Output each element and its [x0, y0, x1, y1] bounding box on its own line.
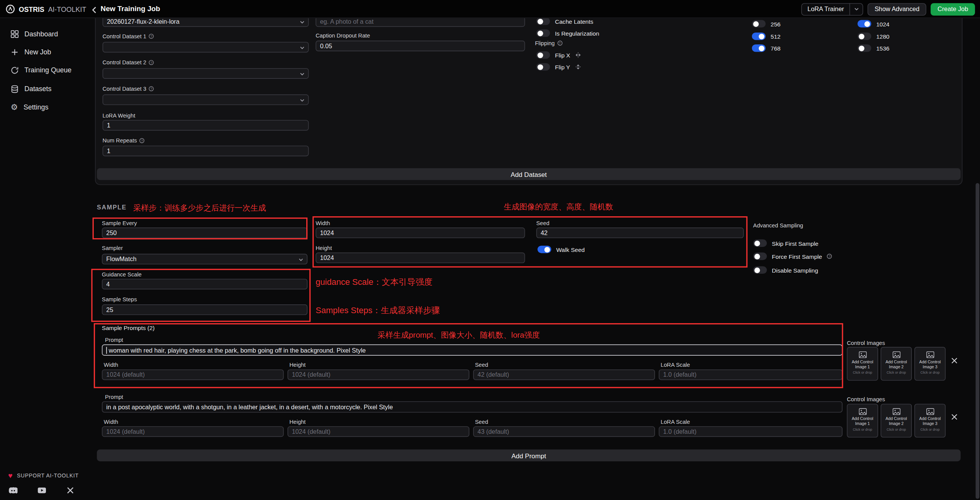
sample-every-input[interactable] — [102, 227, 307, 238]
help-icon: ? — [149, 86, 154, 91]
is-regularization-toggle[interactable] — [536, 29, 550, 37]
add-dataset-button[interactable]: Add Dataset — [97, 168, 960, 180]
resolution-256-toggle[interactable] — [752, 20, 766, 28]
walk-seed-row: Walk Seed — [537, 246, 585, 253]
add-control-image-3[interactable]: Add Control Image 3 Click or drop — [915, 404, 946, 438]
resolution-1024-row: 1024 — [858, 20, 889, 28]
support-label: SUPPORT AI-TOOLKIT — [17, 472, 78, 479]
resolution-768-toggle[interactable] — [752, 44, 766, 52]
flip-y-toggle[interactable] — [536, 63, 550, 71]
walk-seed-toggle[interactable] — [537, 246, 551, 253]
add-control-image-2[interactable]: Add Control Image 2 Click or drop — [880, 404, 912, 438]
control-dataset-2-select[interactable] — [103, 68, 309, 79]
add-control-image-2[interactable]: Add Control Image 2 Click or drop — [880, 347, 912, 381]
sample-section-header: SAMPLE — [97, 204, 127, 211]
prompt-width-label: Width — [104, 362, 118, 368]
add-control-image-1[interactable]: Add Control Image 1 Click or drop — [847, 404, 878, 438]
control-dataset-3-label: Control Dataset 3? — [103, 86, 154, 92]
num-repeats-input[interactable] — [103, 145, 309, 156]
caption-dropout-input[interactable] — [315, 41, 525, 51]
sidebar: Dashboard New Job Training Queue Dataset… — [0, 18, 86, 500]
annotation-sample-step-note: 采样步：训练多少步之后进行一次生成 — [133, 203, 266, 214]
control-dataset-1-label: Control Dataset 1? — [103, 33, 154, 39]
image-icon — [892, 408, 900, 415]
chevron-down-icon — [298, 257, 304, 264]
support-link[interactable]: ♥ SUPPORT AI-TOOLKIT — [8, 472, 78, 480]
force-first-sample-label: Force First Sample — [772, 253, 822, 260]
add-prompt-button[interactable]: Add Prompt — [97, 449, 960, 461]
sidebar-item-label: New Job — [24, 48, 51, 56]
trainer-select[interactable]: LoRA Trainer — [801, 3, 863, 15]
flip-x-label: Flip X — [555, 52, 570, 59]
sampler-select[interactable]: FlowMatch — [102, 254, 307, 265]
sidebar-item-settings[interactable]: ⚙ Settings — [0, 100, 86, 114]
height-input[interactable] — [315, 253, 525, 263]
sample-steps-input[interactable] — [102, 304, 307, 315]
sidebar-item-datasets[interactable]: Datasets — [0, 81, 86, 96]
prompt-input[interactable]: woman with red hair, playing chess at th… — [102, 345, 843, 356]
control-dataset-1-select[interactable] — [103, 42, 309, 52]
text-caret — [106, 346, 107, 353]
prompt-width-input[interactable] — [102, 426, 284, 437]
is-regularization-label: Is Regularization — [555, 30, 599, 37]
prompt-lora-scale-input[interactable] — [659, 426, 843, 437]
help-icon: ? — [139, 138, 144, 143]
prompt-height-input[interactable] — [287, 426, 469, 437]
chevron-left-icon — [91, 6, 97, 14]
height-label: Height — [315, 245, 332, 251]
back-button[interactable] — [91, 5, 97, 16]
resolution-1280-toggle[interactable] — [858, 33, 871, 40]
control-dataset-3-select[interactable] — [103, 95, 309, 105]
sidebar-item-label: Dashboard — [24, 30, 58, 38]
resolution-label: 1024 — [876, 20, 890, 27]
control-images-label: Control Images — [847, 340, 885, 346]
close-icon — [951, 414, 957, 420]
image-icon — [926, 408, 934, 415]
x-icon — [67, 487, 74, 494]
cache-latents-toggle[interactable] — [536, 18, 550, 25]
skip-first-sample-toggle[interactable] — [753, 239, 767, 247]
ostris-logo: OSTRIS AI-TOOLKIT — [6, 0, 86, 18]
resolution-512-toggle[interactable] — [752, 33, 766, 40]
remove-prompt-button[interactable] — [949, 355, 960, 366]
guidance-scale-input[interactable] — [102, 279, 307, 289]
force-first-sample-toggle[interactable] — [753, 253, 767, 260]
prompt-lora-scale-input[interactable] — [659, 369, 843, 380]
resolution-1536-row: 1536 — [858, 44, 889, 52]
prompt-lora-scale-label: LoRA Scale — [661, 419, 690, 425]
remove-prompt-button[interactable] — [949, 411, 960, 422]
sidebar-item-dashboard[interactable]: Dashboard — [0, 26, 86, 41]
prompt-seed-label: Seed — [475, 362, 488, 368]
prompt-seed-input[interactable] — [473, 426, 655, 437]
create-job-button[interactable]: Create Job — [931, 3, 975, 15]
prompt-width-input[interactable] — [102, 369, 284, 380]
sidebar-item-label: Training Queue — [24, 66, 72, 74]
flip-x-toggle[interactable] — [536, 51, 550, 59]
resolution-1536-toggle[interactable] — [858, 44, 871, 52]
image-icon — [858, 351, 866, 358]
prompt-input[interactable]: in a post apocalyptic world, with a shot… — [102, 401, 843, 412]
scrollbar-thumb[interactable] — [976, 183, 980, 498]
disable-sampling-toggle[interactable] — [753, 266, 767, 274]
show-advanced-button[interactable]: Show Advanced — [868, 3, 926, 15]
add-control-image-3[interactable]: Add Control Image 3 Click or drop — [915, 347, 946, 381]
resolution-1024-toggle[interactable] — [858, 20, 871, 28]
add-control-image-1[interactable]: Add Control Image 1 Click or drop — [847, 347, 878, 381]
youtube-link[interactable] — [38, 485, 46, 496]
resolution-768-row: 768 — [752, 44, 781, 52]
cache-latents-label: Cache Latents — [555, 18, 593, 25]
prompt-height-input[interactable] — [287, 369, 469, 380]
lora-weight-input[interactable] — [103, 120, 309, 131]
width-input[interactable] — [315, 227, 525, 238]
annotation-prompt-note: 采样生成prompt、图像大小、随机数、lora强度 — [377, 330, 540, 341]
sidebar-item-new-job[interactable]: New Job — [0, 44, 86, 59]
youtube-icon — [38, 487, 46, 494]
discord-link[interactable] — [9, 485, 18, 496]
prompt-seed-input[interactable] — [473, 369, 655, 380]
seed-input[interactable] — [536, 227, 744, 238]
prompt-text: woman with red hair, playing chess at th… — [109, 346, 366, 353]
is-regularization-row: Is Regularization — [536, 29, 599, 37]
help-icon: ? — [149, 34, 154, 39]
sidebar-item-training-queue[interactable]: Training Queue — [0, 62, 86, 77]
x-link[interactable] — [67, 485, 74, 496]
